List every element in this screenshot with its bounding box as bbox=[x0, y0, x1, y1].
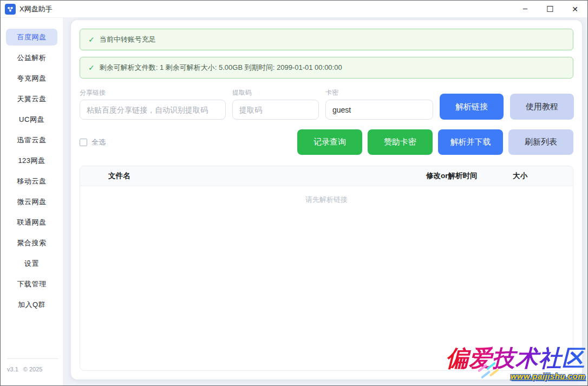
tutorial-button[interactable]: 使用教程 bbox=[510, 94, 574, 120]
share-link-label: 分享链接 bbox=[80, 88, 226, 97]
copyright-label: © 2025 bbox=[23, 366, 43, 372]
column-header-size: 大小 bbox=[502, 171, 573, 181]
check-icon: ✓ bbox=[88, 35, 95, 44]
table-header-row: 文件名 修改or解析时间 大小 bbox=[80, 166, 573, 186]
sidebar-item-123[interactable]: 123网盘 bbox=[6, 152, 57, 169]
check-icon: ✓ bbox=[88, 63, 95, 72]
content-card: ✓ 当前中转账号充足 ✓ 剩余可解析文件数: 1 剩余可解析大小: 5.00GB… bbox=[71, 20, 582, 380]
parse-and-download-button[interactable]: 解析并下载 bbox=[438, 129, 503, 155]
sidebar-item-xunlei[interactable]: 迅雷云盘 bbox=[6, 132, 57, 148]
sidebar-item-uc[interactable]: UC网盘 bbox=[6, 111, 57, 128]
share-link-field: 分享链接 bbox=[80, 88, 226, 120]
sidebar-item-yidong[interactable]: 移动云盘 bbox=[6, 173, 57, 189]
sidebar-item-download-manager[interactable]: 下载管理 bbox=[6, 276, 57, 292]
parse-form: 分享链接 提取码 卡密 解析链接 使用教程 bbox=[80, 88, 573, 120]
sidebar-footer: v3.1 © 2025 bbox=[7, 358, 58, 372]
sidebar-item-tianyi[interactable]: 天翼云盘 bbox=[6, 90, 57, 107]
status-alert-account: ✓ 当前中转账号充足 bbox=[80, 29, 573, 50]
toolbar: 全选 记录查询 赞助卡密 解析并下载 刷新列表 bbox=[80, 129, 573, 155]
titlebar: X网盘助手 ─ ☐ ✕ bbox=[1, 1, 587, 18]
alert-text: 当前中转账号充足 bbox=[100, 35, 156, 44]
column-header-filename: 文件名 bbox=[80, 171, 418, 181]
app-icon bbox=[5, 4, 16, 15]
select-all-label: 全选 bbox=[92, 138, 106, 147]
select-all-group[interactable]: 全选 bbox=[80, 138, 106, 147]
share-link-input[interactable] bbox=[80, 100, 226, 120]
version-label: v3.1 bbox=[7, 366, 18, 372]
sidebar-item-juhe-search[interactable]: 聚合搜索 bbox=[6, 234, 57, 251]
window-controls: ─ ☐ ✕ bbox=[513, 1, 587, 17]
record-query-button[interactable]: 记录查询 bbox=[297, 129, 362, 155]
window-title: X网盘助手 bbox=[19, 4, 53, 14]
alert-text: 剩余可解析文件数: 1 剩余可解析大小: 5.00GB 到期时间: 2099-0… bbox=[100, 63, 342, 73]
extract-code-label: 提取码 bbox=[232, 88, 319, 97]
minimize-icon[interactable]: ─ bbox=[513, 1, 538, 17]
maximize-icon[interactable]: ☐ bbox=[538, 1, 563, 17]
select-all-checkbox[interactable] bbox=[80, 139, 87, 146]
sidebar-item-join-q-group[interactable]: 加入Q群 bbox=[6, 296, 57, 313]
sponsor-card-button[interactable]: 赞助卡密 bbox=[368, 129, 433, 155]
sidebar-item-baidu[interactable]: 百度网盘 bbox=[6, 29, 57, 45]
toolbar-buttons: 记录查询 赞助卡密 解析并下载 刷新列表 bbox=[297, 129, 573, 155]
main-area: ✓ 当前中转账号充足 ✓ 剩余可解析文件数: 1 剩余可解析大小: 5.00GB… bbox=[63, 18, 587, 385]
extract-code-field: 提取码 bbox=[232, 88, 319, 120]
sidebar-item-liantong[interactable]: 联通网盘 bbox=[6, 214, 57, 231]
sidebar-item-settings[interactable]: 设置 bbox=[6, 255, 57, 272]
table-empty-message: 请先解析链接 bbox=[80, 186, 573, 205]
sidebar: 百度网盘 公益解析 夸克网盘 天翼云盘 UC网盘 迅雷云盘 123网盘 移动云盘… bbox=[1, 18, 63, 385]
extract-code-input[interactable] bbox=[232, 100, 319, 120]
column-header-time: 修改or解析时间 bbox=[418, 171, 502, 181]
form-buttons: 解析链接 使用教程 bbox=[440, 94, 574, 120]
sidebar-item-weiyun[interactable]: 微云网盘 bbox=[6, 193, 57, 210]
card-key-label: 卡密 bbox=[325, 88, 433, 97]
refresh-list-button[interactable]: 刷新列表 bbox=[508, 129, 573, 155]
file-table: 文件名 修改or解析时间 大小 请先解析链接 bbox=[80, 166, 573, 371]
close-icon[interactable]: ✕ bbox=[563, 1, 587, 17]
sidebar-item-kuake[interactable]: 夸克网盘 bbox=[6, 70, 57, 87]
card-key-field: 卡密 bbox=[325, 88, 433, 120]
parse-link-button[interactable]: 解析链接 bbox=[440, 94, 504, 120]
status-alert-quota: ✓ 剩余可解析文件数: 1 剩余可解析大小: 5.00GB 到期时间: 2099… bbox=[80, 57, 573, 78]
share-nodes-icon bbox=[6, 5, 14, 13]
card-key-input[interactable] bbox=[325, 100, 433, 120]
sidebar-item-gongyi[interactable]: 公益解析 bbox=[6, 49, 57, 66]
